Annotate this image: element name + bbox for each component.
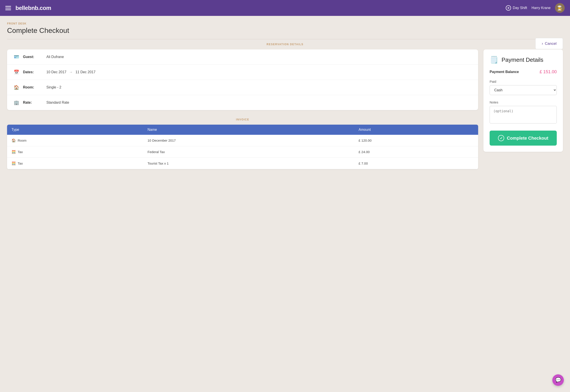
avatar[interactable]: 👨‍🍳 [555, 3, 565, 13]
notes-input[interactable] [490, 106, 557, 124]
paid-label: Paid [490, 80, 557, 83]
header: bellebnb.com ☀ Day Shift Harry Krane 👨‍🍳 [0, 0, 570, 16]
type-label: Room [18, 139, 27, 142]
avatar-emoji: 👨‍🍳 [557, 5, 563, 11]
payment-header: 🗒️ Payment Details [490, 56, 557, 64]
invoice-cell-type: 🧮 Tax [7, 158, 143, 169]
invoice-table: Type Name Amount 🏠 Room 10 December 2017… [7, 125, 478, 169]
cancel-label: Cancel [545, 42, 556, 46]
notes-label: Notes [490, 100, 557, 104]
invoice-row: 🧮 Tax Tourist Tax x 1 £ 7.00 [7, 158, 478, 169]
date-arrow: → [69, 70, 74, 74]
checkout-check-icon: ✓ [498, 135, 504, 141]
dates-icon: 📅 [13, 70, 19, 75]
guest-value: Ali Dufrane [46, 55, 64, 59]
header-left: bellebnb.com [5, 5, 51, 12]
page-content: FRONT DESK Complete Checkout › Cancel RE… [0, 16, 570, 175]
hamburger-line [5, 10, 11, 10]
rate-row: 🏢 Rate: Standard Rate [7, 95, 478, 110]
type-icon: 🧮 [12, 150, 16, 154]
sun-icon: ☀ [506, 5, 511, 11]
date-to: 11 Dec 2017 [75, 70, 96, 74]
invoice-cell-name: 10 December 2017 [143, 135, 354, 146]
payment-balance-row: Payment Balance £ 151.00 [490, 69, 557, 74]
invoice-cell-name: Tourist Tax x 1 [143, 158, 354, 169]
complete-checkout-button[interactable]: ✓ Complete Checkout [490, 131, 557, 146]
invoice-row: 🧮 Tax Federal Tax £ 24.00 [7, 146, 478, 158]
chat-bubble[interactable]: 💬 [552, 374, 564, 386]
hamburger-line [5, 6, 11, 7]
invoice-header-row: Type Name Amount [7, 125, 478, 135]
guest-row: 🪪 Guest: Ali Dufrane [7, 49, 478, 65]
breadcrumb: FRONT DESK [7, 22, 563, 25]
dates-value: 10 Dec 2017 → 11 Dec 2017 [46, 70, 95, 74]
invoice-cell-type: 🧮 Tax [7, 146, 143, 157]
invoice-row: 🏠 Room 10 December 2017 £ 120.00 [7, 135, 478, 146]
guest-icon: 🪪 [13, 54, 19, 59]
payment-title: Payment Details [502, 56, 543, 63]
invoice-section-label: INVOICE [7, 116, 478, 121]
left-column: 🪪 Guest: Ali Dufrane 📅 Dates: 10 Dec 201… [7, 49, 478, 169]
date-from: 10 Dec 2017 [46, 70, 66, 74]
cancel-button[interactable]: › Cancel [535, 38, 563, 49]
room-row: 🏠 Room: Single - 2 [7, 80, 478, 95]
type-label: Tax [18, 161, 23, 165]
col-type: Type [7, 125, 143, 135]
payment-card: 🗒️ Payment Details Payment Balance £ 151… [483, 49, 563, 152]
checkout-btn-label: Complete Checkout [507, 136, 548, 141]
reservation-card: 🪪 Guest: Ali Dufrane 📅 Dates: 10 Dec 201… [7, 49, 478, 110]
guest-label: Guest: [23, 55, 43, 59]
day-shift-label: Day Shift [513, 6, 527, 10]
payment-details-icon: 🗒️ [490, 56, 498, 64]
type-icon: 🏠 [12, 138, 16, 142]
room-value: Single - 2 [46, 85, 61, 89]
invoice-cell-type: 🏠 Room [7, 135, 143, 146]
balance-amount: £ 151.00 [540, 69, 557, 74]
balance-label: Payment Balance [490, 70, 519, 74]
room-label: Room: [23, 85, 43, 89]
hamburger-menu[interactable] [5, 6, 11, 10]
rate-icon: 🏢 [13, 100, 19, 105]
invoice-cell-amount: £ 24.00 [354, 146, 478, 158]
chevron-right-icon: › [542, 41, 543, 46]
right-column: 🗒️ Payment Details Payment Balance £ 151… [483, 49, 563, 152]
page-title: Complete Checkout [7, 27, 563, 35]
chat-icon: 💬 [555, 377, 561, 383]
invoice-cell-name: Federal Tax [143, 146, 354, 158]
invoice-cell-amount: £ 120.00 [354, 135, 478, 146]
dates-label: Dates: [23, 70, 43, 74]
reservation-section-label: RESERVATION DETAILS [7, 39, 563, 46]
col-amount: Amount [354, 125, 478, 135]
rate-value: Standard Rate [46, 101, 69, 105]
payment-method-select[interactable]: Cash Card Bank Transfer [490, 85, 557, 95]
hamburger-line [5, 8, 11, 8]
invoice-cell-amount: £ 7.00 [354, 158, 478, 169]
main-layout: 🪪 Guest: Ali Dufrane 📅 Dates: 10 Dec 201… [7, 49, 563, 169]
day-shift-toggle[interactable]: ☀ Day Shift [506, 5, 527, 11]
rate-label: Rate: [23, 101, 43, 105]
col-name: Name [143, 125, 354, 135]
room-icon: 🏠 [13, 85, 19, 90]
dates-row: 📅 Dates: 10 Dec 2017 → 11 Dec 2017 [7, 65, 478, 80]
type-label: Tax [18, 150, 23, 154]
logo: bellebnb.com [15, 5, 51, 12]
header-right: ☀ Day Shift Harry Krane 👨‍🍳 [506, 3, 565, 13]
user-name: Harry Krane [532, 6, 551, 10]
type-icon: 🧮 [12, 161, 16, 166]
